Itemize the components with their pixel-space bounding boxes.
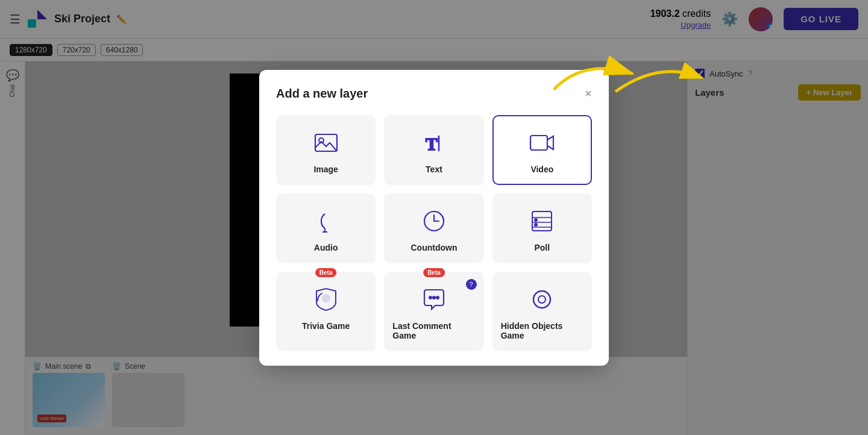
trivia-label: Trivia Game [302, 321, 350, 331]
video-icon [529, 128, 555, 157]
svg-text:T: T [426, 134, 438, 154]
modal-header: Add a new layer × [276, 87, 592, 101]
poll-label: Poll [534, 243, 550, 252]
comment-label: Last Comment Game [392, 321, 475, 340]
svg-point-18 [433, 296, 435, 299]
layer-grid: Image T Text Video [276, 115, 592, 351]
modal-title: Add a new layer [276, 87, 368, 101]
layer-item-comment[interactable]: Beta ? Last Comment Game [384, 272, 483, 351]
layer-item-trivia[interactable]: Beta Trivia Game [276, 272, 376, 351]
svg-point-16 [322, 295, 330, 302]
trivia-beta-badge: Beta [315, 268, 337, 277]
modal-overlay[interactable]: Add a new layer × Image T Text [0, 0, 868, 435]
svg-point-15 [535, 224, 537, 226]
modal-close-button[interactable]: × [585, 87, 592, 99]
hidden-icon [529, 285, 555, 314]
countdown-label: Countdown [411, 243, 458, 252]
video-label: Video [530, 164, 553, 174]
svg-point-14 [535, 219, 537, 221]
svg-rect-6 [530, 136, 547, 150]
comment-beta-badge: Beta [423, 268, 445, 277]
layer-item-poll[interactable]: Poll [492, 193, 592, 263]
poll-icon [529, 207, 555, 236]
text-label: Text [426, 164, 442, 174]
comment-help-badge[interactable]: ? [466, 279, 477, 290]
layer-item-text[interactable]: T Text [384, 115, 483, 185]
svg-rect-2 [315, 134, 337, 151]
comment-icon [421, 285, 447, 314]
text-icon: T [421, 128, 447, 157]
layer-item-hidden[interactable]: Hidden Objects Game [492, 272, 592, 351]
image-label: Image [313, 164, 338, 174]
layer-item-image[interactable]: Image [276, 115, 376, 185]
image-icon [313, 128, 339, 157]
layer-item-audio[interactable]: Audio [276, 193, 376, 263]
hidden-label: Hidden Objects Game [501, 321, 583, 340]
audio-label: Audio [314, 243, 338, 252]
countdown-icon [421, 207, 447, 236]
layer-item-countdown[interactable]: Countdown [384, 193, 483, 263]
svg-point-21 [538, 296, 546, 303]
add-layer-modal: Add a new layer × Image T Text [259, 70, 609, 366]
audio-icon [313, 207, 339, 236]
svg-point-17 [429, 296, 432, 299]
svg-point-20 [533, 291, 550, 308]
svg-point-19 [436, 296, 439, 299]
trivia-icon [313, 285, 339, 314]
layer-item-video[interactable]: Video [492, 115, 592, 185]
